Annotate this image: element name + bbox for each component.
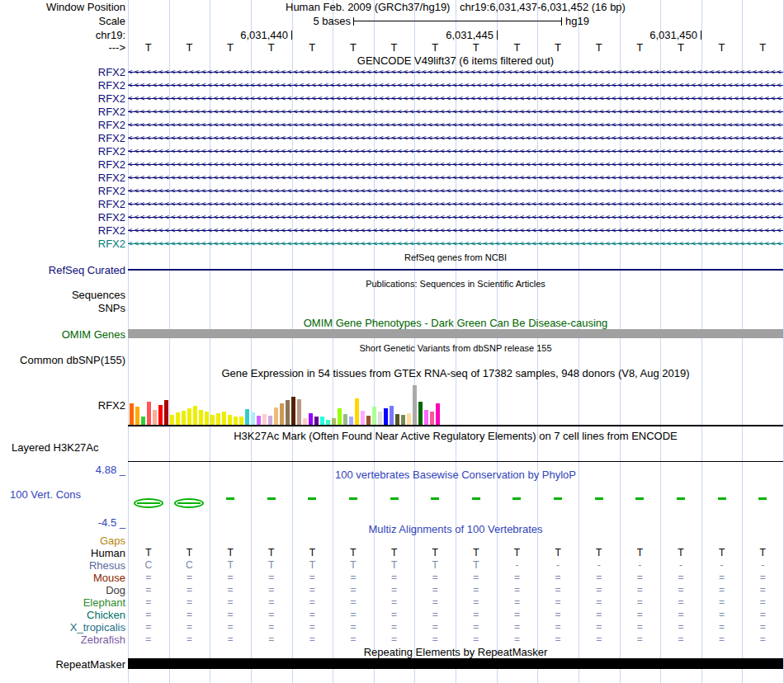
gtex-tissue-bar[interactable] xyxy=(314,417,319,425)
gtex-tissue-bar[interactable] xyxy=(170,415,174,425)
gene-model[interactable]: <<<<<<<<<<<<<<<<<<<<<<<<<<<<<<<<<<<<<<<<… xyxy=(128,106,783,119)
h3k27ac-label[interactable]: Layered H3K27Ac xyxy=(12,441,99,455)
gtex-tissue-bar[interactable] xyxy=(395,414,399,425)
h3k27ac-title[interactable]: H3K27Ac Mark (Often Found Near Active Re… xyxy=(128,430,783,442)
gene-label[interactable]: RFX2 xyxy=(0,106,125,119)
species-label[interactable]: Zebrafish xyxy=(0,634,125,647)
gene-label[interactable]: RFX2 xyxy=(0,158,125,172)
gtex-tissue-bar[interactable] xyxy=(372,407,376,425)
gene-model[interactable]: <<<<<<<<<<<<<<<<<<<<<<<<<<<<<<<<<<<<<<<<… xyxy=(128,172,783,185)
gene-model[interactable]: <<<<<<<<<<<<<<<<<<<<<<<<<<<<<<<<<<<<<<<<… xyxy=(128,238,783,251)
gene-model[interactable]: <<<<<<<<<<<<<<<<<<<<<<<<<<<<<<<<<<<<<<<<… xyxy=(128,119,783,132)
gtex-tissue-bar[interactable] xyxy=(135,407,139,425)
gene-label[interactable]: RFX2 xyxy=(0,66,125,79)
gene-label[interactable]: RFX2 xyxy=(0,119,125,132)
repeatmasker-bar[interactable] xyxy=(128,658,783,669)
gtex-gene-label[interactable]: RFX2 xyxy=(0,399,125,412)
gtex-tissue-bar[interactable] xyxy=(153,410,157,425)
refseq-item-line[interactable] xyxy=(128,269,783,271)
gtex-tissue-bar[interactable] xyxy=(245,409,249,425)
gene-model[interactable]: <<<<<<<<<<<<<<<<<<<<<<<<<<<<<<<<<<<<<<<<… xyxy=(128,79,783,92)
gene-label[interactable]: RFX2 xyxy=(0,211,125,224)
gtex-tissue-bar[interactable] xyxy=(361,411,365,425)
gtex-tissue-bar[interactable] xyxy=(274,407,278,425)
gtex-tissue-bar[interactable] xyxy=(424,410,428,425)
repeatmasker-title[interactable]: Repeating Elements by RepeatMasker xyxy=(128,646,783,658)
gene-model[interactable]: <<<<<<<<<<<<<<<<<<<<<<<<<<<<<<<<<<<<<<<<… xyxy=(128,145,783,158)
gtex-tissue-bar[interactable] xyxy=(193,406,197,425)
gtex-tissue-bar[interactable] xyxy=(355,398,359,425)
gtex-tissue-bar[interactable] xyxy=(262,414,267,425)
gtex-tissue-bar[interactable] xyxy=(390,406,394,425)
species-label[interactable]: Chicken xyxy=(0,609,125,622)
gene-model[interactable]: <<<<<<<<<<<<<<<<<<<<<<<<<<<<<<<<<<<<<<<<… xyxy=(128,132,783,145)
gtex-tissue-bar[interactable] xyxy=(297,399,301,425)
gtex-tissue-bar[interactable] xyxy=(158,405,163,425)
gtex-tissue-bar[interactable] xyxy=(251,412,255,425)
refseq-title[interactable]: RefSeq genes from NCBI xyxy=(128,252,783,264)
gene-model[interactable]: <<<<<<<<<<<<<<<<<<<<<<<<<<<<<<<<<<<<<<<<… xyxy=(128,158,783,172)
gtex-tissue-bar[interactable] xyxy=(309,413,313,425)
gtex-tissue-bar[interactable] xyxy=(228,415,232,425)
gencode-title[interactable]: GENCODE V49lift37 (6 items filtered out) xyxy=(128,54,783,67)
sequences-label[interactable]: Sequences xyxy=(0,289,125,302)
gtex-tissue-bar[interactable] xyxy=(182,411,186,425)
gtex-tissue-bar[interactable] xyxy=(349,417,353,425)
gtex-tissue-bar[interactable] xyxy=(291,397,295,425)
species-label[interactable]: X_tropicalis xyxy=(0,621,125,634)
gene-model[interactable]: <<<<<<<<<<<<<<<<<<<<<<<<<<<<<<<<<<<<<<<<… xyxy=(128,198,783,211)
gene-label[interactable]: RFX2 xyxy=(0,224,125,238)
multiz-title[interactable]: Multiz Alignments of 100 Vertebrates xyxy=(128,523,783,535)
gtex-tissue-bar[interactable] xyxy=(401,415,405,425)
gtex-tissue-bar[interactable] xyxy=(413,385,417,425)
gtex-tissue-bar[interactable] xyxy=(187,408,191,425)
gtex-tissue-bar[interactable] xyxy=(222,412,226,425)
gtex-tissue-bar[interactable] xyxy=(216,413,220,425)
species-label[interactable]: Gaps xyxy=(0,535,125,548)
species-label[interactable]: Human xyxy=(0,547,125,560)
gtex-tissue-bar[interactable] xyxy=(418,402,423,425)
gtex-tissue-bar[interactable] xyxy=(130,403,134,425)
dbsnp-title[interactable]: Short Genetic Variants from dbSNP releas… xyxy=(128,342,783,355)
common-dbsnp-label[interactable]: Common dbSNP(155) xyxy=(0,354,125,367)
gtex-tissue-bar[interactable] xyxy=(147,402,151,425)
refseq-curated-label[interactable]: RefSeq Curated xyxy=(0,264,125,277)
gtex-tissue-bar[interactable] xyxy=(141,417,145,425)
snps-label[interactable]: SNPs xyxy=(0,302,125,315)
phylop-title[interactable]: 100 vertebrates Basewise Conservation by… xyxy=(128,469,783,481)
gene-model[interactable]: <<<<<<<<<<<<<<<<<<<<<<<<<<<<<<<<<<<<<<<<… xyxy=(128,92,783,106)
repeatmasker-label[interactable]: RepeatMasker xyxy=(0,658,125,671)
gene-model[interactable]: <<<<<<<<<<<<<<<<<<<<<<<<<<<<<<<<<<<<<<<<… xyxy=(128,185,783,198)
species-label[interactable]: Elephant xyxy=(0,596,125,610)
species-label[interactable]: Mouse xyxy=(0,572,125,585)
gtex-tissue-bar[interactable] xyxy=(205,412,209,425)
gene-label[interactable]: RFX2 xyxy=(0,132,125,145)
gene-label[interactable]: RFX2 xyxy=(0,79,125,92)
phylop-track-label[interactable]: 100 Vert. Cons xyxy=(10,488,81,502)
gtex-tissue-bar[interactable] xyxy=(366,416,371,425)
gtex-tissue-bar[interactable] xyxy=(268,416,272,425)
gtex-tissue-bar[interactable] xyxy=(164,400,168,425)
gtex-title[interactable]: Gene Expression in 54 tissues from GTEx … xyxy=(128,367,783,379)
gtex-tissue-bar[interactable] xyxy=(257,416,261,425)
gtex-tissue-bar[interactable] xyxy=(239,417,243,425)
omim-genes-label[interactable]: OMIM Genes xyxy=(0,328,125,342)
gene-label[interactable]: RFX2 xyxy=(0,185,125,198)
gtex-tissue-bar[interactable] xyxy=(436,403,440,425)
gtex-tissue-bar[interactable] xyxy=(199,410,203,425)
gtex-tissue-bar[interactable] xyxy=(407,413,411,425)
gtex-tissue-bar[interactable] xyxy=(378,412,382,425)
omim-item-bar[interactable] xyxy=(128,329,783,338)
gene-label[interactable]: RFX2 xyxy=(0,238,125,251)
species-label[interactable]: Rhesus xyxy=(0,559,125,572)
gtex-tissue-bar[interactable] xyxy=(280,403,284,425)
gtex-tissue-bar[interactable] xyxy=(430,412,434,425)
gtex-tissue-bar[interactable] xyxy=(234,417,238,425)
gene-model[interactable]: <<<<<<<<<<<<<<<<<<<<<<<<<<<<<<<<<<<<<<<<… xyxy=(128,66,783,79)
gtex-tissue-bar[interactable] xyxy=(210,415,215,425)
gene-model[interactable]: <<<<<<<<<<<<<<<<<<<<<<<<<<<<<<<<<<<<<<<<… xyxy=(128,224,783,238)
publications-title[interactable]: Publications: Sequences in Scientific Ar… xyxy=(128,278,783,290)
gene-label[interactable]: RFX2 xyxy=(0,92,125,106)
gene-model[interactable]: <<<<<<<<<<<<<<<<<<<<<<<<<<<<<<<<<<<<<<<<… xyxy=(128,211,783,224)
gene-label[interactable]: RFX2 xyxy=(0,145,125,158)
